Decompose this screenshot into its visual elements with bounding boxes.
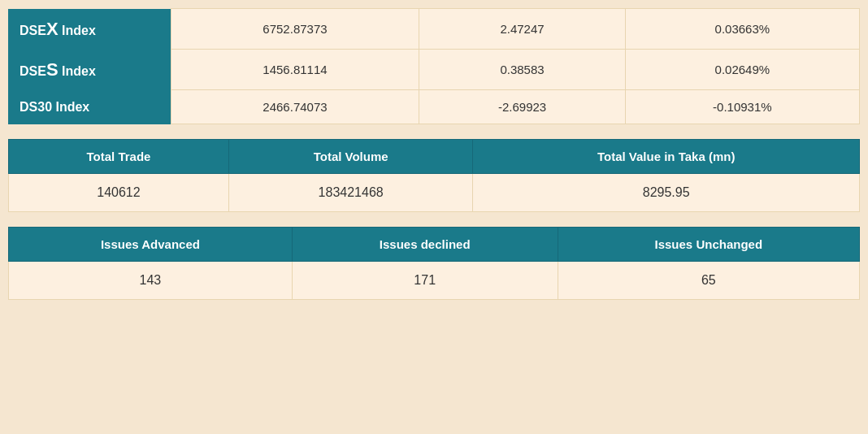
index-value-1-1: 0.38583 [419,50,625,90]
stats-table: Total TradeTotal VolumeTotal Value in Ta… [8,139,860,212]
stats-value-1: 183421468 [228,174,472,212]
index-label-1: DSES Index [8,50,171,90]
index-value-1-2: 0.02649% [625,50,859,90]
issues-header-0: Issues Advanced [9,228,293,262]
issues-value-1: 171 [292,262,558,300]
issues-value-2: 65 [558,262,859,300]
stats-header-1: Total Volume [228,140,472,174]
issues-value-0: 143 [9,262,293,300]
issues-header-1: Issues declined [292,228,558,262]
index-value-2-0: 2466.74073 [171,90,419,124]
index-value-2-2: -0.10931% [625,90,859,124]
stats-value-2: 8295.95 [473,174,860,212]
index-value-0-1: 2.47247 [419,9,625,50]
index-value-1-0: 1456.81114 [171,50,419,90]
index-label-2: DS30 Index [8,90,171,124]
issues-table: Issues AdvancedIssues declinedIssues Unc… [8,227,860,300]
index-value-0-0: 6752.87373 [171,9,419,50]
index-table: DSEX Index6752.873732.472470.03663%DSES … [8,8,860,124]
stats-value-0: 140612 [9,174,229,212]
index-value-0-2: 0.03663% [625,9,859,50]
index-value-2-1: -2.69923 [419,90,625,124]
main-container: DSEX Index6752.873732.472470.03663%DSES … [8,8,860,300]
stats-header-2: Total Value in Taka (mn) [473,140,860,174]
index-label-0: DSEX Index [8,9,171,50]
stats-header-0: Total Trade [9,140,229,174]
issues-header-2: Issues Unchanged [558,228,859,262]
